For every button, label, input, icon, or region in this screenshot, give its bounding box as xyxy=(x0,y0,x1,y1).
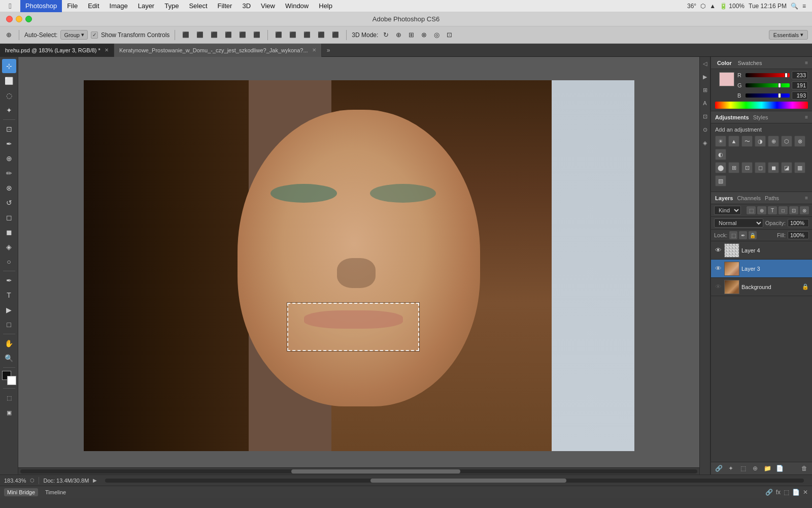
menu-type[interactable]: Type xyxy=(159,0,184,12)
photo-filter-icon[interactable]: ⬤ xyxy=(715,162,726,173)
paths-tab[interactable]: Paths xyxy=(765,195,779,201)
shape-filter-icon[interactable]: □ xyxy=(779,206,788,214)
channel-mixer-icon[interactable]: ⊞ xyxy=(728,162,739,173)
color-balance-icon[interactable]: ⊗ xyxy=(794,136,805,147)
bridge-layer-icon[interactable]: 📄 xyxy=(792,489,800,496)
color-lookup-icon[interactable]: ⊡ xyxy=(741,162,753,173)
lock-position-icon[interactable]: ✒ xyxy=(739,231,747,239)
magic-wand-tool[interactable]: ✦ xyxy=(2,103,16,117)
lock-pixels-icon[interactable]: ⬚ xyxy=(729,231,737,239)
swatches-tab[interactable]: Swatches xyxy=(736,60,764,66)
new-layer-icon[interactable]: 📄 xyxy=(775,464,784,472)
menu-help[interactable]: Help xyxy=(314,0,337,12)
bw-icon[interactable]: ◐ xyxy=(715,149,726,160)
vert-strip-icon-5[interactable]: ⊡ xyxy=(700,112,709,121)
menu-view[interactable]: View xyxy=(256,0,280,12)
distribute4-icon[interactable]: ⬛ xyxy=(316,30,327,39)
bridge-link-icon[interactable]: 🔗 xyxy=(765,489,773,496)
align-center-icon[interactable]: ⬛ xyxy=(194,30,206,39)
zoom-tool[interactable]: 🔍 xyxy=(2,351,16,365)
green-value[interactable]: 191 xyxy=(792,81,808,89)
auto-select-dropdown[interactable]: Group ▾ xyxy=(60,30,88,40)
threshold-icon[interactable]: ◪ xyxy=(781,162,792,173)
path-selection-tool[interactable]: ▶ xyxy=(2,303,16,317)
vert-strip-icon-6[interactable]: ⊙ xyxy=(700,125,709,134)
healing-tool[interactable]: ⊕ xyxy=(2,151,16,166)
quick-mask-icon[interactable]: ⬚ xyxy=(2,391,16,405)
vert-strip-icon-4[interactable]: A xyxy=(700,99,709,108)
blur-tool[interactable]: ◈ xyxy=(2,240,16,254)
new-fill-icon[interactable]: ⊕ xyxy=(751,464,760,472)
blue-value[interactable]: 193 xyxy=(792,91,808,100)
red-value[interactable]: 233 xyxy=(792,71,808,79)
tab2-close-icon[interactable]: ✕ xyxy=(312,47,316,53)
history-brush-tool[interactable]: ↺ xyxy=(2,196,16,210)
color-tab[interactable]: Color xyxy=(715,60,734,66)
distribute3-icon[interactable]: ⬛ xyxy=(301,30,313,39)
pen-tool[interactable]: ✒ xyxy=(2,273,16,288)
timeline-tab[interactable]: Timeline xyxy=(42,488,69,496)
canvas-scrollbar-thumb[interactable] xyxy=(370,479,566,483)
status-arrow-right[interactable]: ▶ xyxy=(93,478,97,483)
menu-select[interactable]: Select xyxy=(184,0,212,12)
add-style-icon[interactable]: ✦ xyxy=(726,464,735,472)
screen-mode-icon[interactable]: ▣ xyxy=(2,405,16,420)
fill-input[interactable] xyxy=(788,231,809,239)
layer-item-layer4[interactable]: 👁 Layer 4 xyxy=(711,241,812,260)
align-bottom-icon[interactable]: ⬛ xyxy=(251,30,262,39)
collapse-panels-icon[interactable]: ◁ xyxy=(700,59,709,68)
3d-zoom-icon[interactable]: ⊞ xyxy=(407,30,416,40)
opacity-input[interactable] xyxy=(788,219,809,227)
search-icon[interactable]: 🔍 xyxy=(791,3,798,10)
type-tool[interactable]: T xyxy=(2,288,16,302)
red-thumb[interactable] xyxy=(785,73,788,77)
menu-layer[interactable]: Layer xyxy=(133,0,160,12)
blue-thumb[interactable] xyxy=(778,93,781,98)
styles-tab[interactable]: Styles xyxy=(753,114,768,120)
menu-file[interactable]: File xyxy=(62,0,83,12)
3d-pan-icon[interactable]: ⊕ xyxy=(394,30,403,40)
blue-slider[interactable] xyxy=(746,93,790,98)
selective-color-icon[interactable]: ▧ xyxy=(715,175,726,186)
blend-mode-dropdown[interactable]: Normal Dissolve Multiply Screen Overlay xyxy=(714,218,763,228)
tab-keratynowe[interactable]: Keratynowe_Prostowanie_w_Domu_-_czy_jest… xyxy=(114,44,322,57)
lasso-tool[interactable]: ◌ xyxy=(2,88,16,103)
eyedropper-tool[interactable]: ✒ xyxy=(2,137,16,151)
smart-filter-icon[interactable]: ⊡ xyxy=(789,206,798,214)
canvas-scrollbar-track[interactable] xyxy=(105,479,804,483)
brightness-contrast-icon[interactable]: ☀ xyxy=(715,136,726,147)
scrollbar-thumb[interactable] xyxy=(291,469,461,473)
menu-edit[interactable]: Edit xyxy=(83,0,104,12)
background-color[interactable] xyxy=(7,376,16,385)
levels-icon[interactable]: ▲ xyxy=(728,136,739,147)
3d-video-icon[interactable]: ⊡ xyxy=(445,30,454,40)
brush-tool[interactable]: ✏ xyxy=(2,166,16,180)
vibrance-icon[interactable]: ⊕ xyxy=(768,136,779,147)
vert-strip-icon-2[interactable]: ▶ xyxy=(700,72,709,81)
shape-tool[interactable]: □ xyxy=(2,318,16,332)
color-spectrum-bar[interactable] xyxy=(715,102,808,109)
red-slider[interactable] xyxy=(746,73,790,77)
vert-strip-icon-3[interactable]: ⊞ xyxy=(700,85,709,94)
3d-rotate-icon[interactable]: ↻ xyxy=(381,30,391,40)
apple-menu[interactable]:  xyxy=(0,2,20,10)
gradient-tool[interactable]: ◼ xyxy=(2,225,16,239)
posterize-icon[interactable]: ◼ xyxy=(768,162,779,173)
move-tool[interactable]: ⊹ xyxy=(2,59,16,73)
menu-filter[interactable]: Filter xyxy=(213,0,238,12)
fullscreen-button[interactable] xyxy=(25,16,32,22)
canvas-area[interactable] xyxy=(18,57,699,474)
scrollbar-track[interactable] xyxy=(20,469,697,473)
layer3-visibility-icon[interactable]: 👁 xyxy=(714,265,722,273)
mini-bridge-tab[interactable]: Mini Bridge xyxy=(4,488,38,496)
align-middle-icon[interactable]: ⬛ xyxy=(237,30,248,39)
align-top-icon[interactable]: ⬛ xyxy=(223,30,234,39)
bridge-close-icon[interactable]: ✕ xyxy=(803,489,808,496)
3d-camera-icon[interactable]: ◎ xyxy=(432,30,442,40)
bridge-fx-icon[interactable]: fx xyxy=(776,489,781,496)
vert-strip-icon-7[interactable]: ◈ xyxy=(700,138,709,147)
bridge-mask-icon[interactable]: ⬚ xyxy=(784,489,789,496)
tab-hrehu[interactable]: hrehu.psd @ 183% (Layer 3, RGB/8) * ✕ xyxy=(0,44,114,57)
add-mask-icon[interactable]: ⬚ xyxy=(738,464,748,472)
eraser-tool[interactable]: ◻ xyxy=(2,210,16,225)
